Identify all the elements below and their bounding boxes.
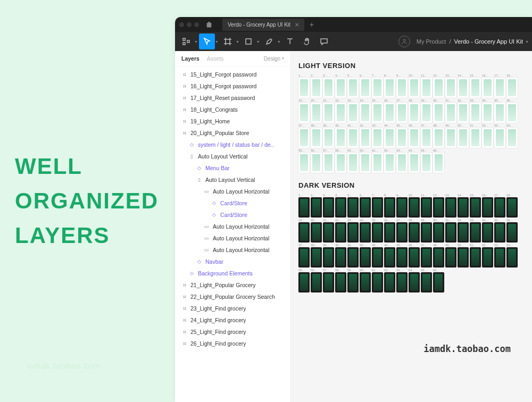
screen-thumb[interactable]: 35... [494,99,505,123]
screen-thumb[interactable]: 2... [311,194,322,217]
screen-thumb[interactable]: 60... [360,149,371,173]
screen-thumb[interactable]: 64... [409,269,420,292]
shape-tool-button[interactable] [240,34,256,49]
screen-thumb[interactable]: 17... [494,74,505,98]
screen-thumb[interactable]: 14... [458,74,469,98]
screen-thumb[interactable]: 48... [433,244,444,267]
user-avatar[interactable] [398,36,410,47]
screen-thumb[interactable]: 55... [298,149,310,173]
screen-thumb[interactable]: 7... [372,74,383,98]
screen-thumb[interactable]: 36... [506,99,518,123]
screen-thumb[interactable]: 61... [372,269,383,292]
screen-thumb[interactable]: 46... [409,244,420,267]
screen-thumb[interactable]: 13... [445,74,456,98]
screen-thumb[interactable]: 25... [372,219,383,242]
screen-thumb[interactable]: 27... [396,99,408,123]
canvas[interactable]: LIGHT VERSION 1...2...3...4...5...6...7.… [291,51,532,402]
screen-thumb[interactable]: 35... [494,219,505,242]
breadcrumb-parent[interactable]: My Product [417,38,446,45]
screen-thumb[interactable]: 16... [482,74,493,98]
layer-row[interactable]: 17_Light_Reset password [175,92,290,104]
screen-thumb[interactable]: 38... [311,244,322,267]
screen-thumb[interactable]: 59... [347,149,359,173]
screen-thumb[interactable]: 30... [433,219,444,242]
screen-thumb[interactable]: 56... [311,149,322,173]
layers-list[interactable]: 15_Light_Forgot password16_Light_Forgot … [175,66,290,402]
screen-thumb[interactable]: 49... [445,124,456,148]
maximize-icon[interactable] [194,22,199,27]
screen-thumb[interactable]: 23... [347,219,359,242]
screen-thumb[interactable]: 15... [470,194,481,217]
screen-thumb[interactable]: 43... [372,124,383,148]
layer-row[interactable]: Auto Layout Horizontal [175,221,290,232]
screen-thumb[interactable]: 45... [396,244,408,267]
screen-thumb[interactable]: 26... [384,219,395,242]
screen-thumb[interactable]: 32... [458,99,469,123]
screen-thumb[interactable]: 58... [335,149,346,173]
screen-thumb[interactable]: 2... [311,74,322,98]
chevron-down-icon[interactable]: ▼ [525,40,529,44]
breadcrumb-current[interactable]: Verdo - Grocery App UI Kit [454,38,523,45]
screen-thumb[interactable]: 32... [458,219,469,242]
screen-thumb[interactable]: 17... [494,194,505,217]
screen-thumb[interactable]: 5... [347,194,359,217]
screen-thumb[interactable]: 11... [421,194,432,217]
screen-thumb[interactable]: 55... [298,269,310,292]
screen-thumb[interactable]: 29... [421,219,432,242]
pen-tool-button[interactable] [261,34,277,49]
screen-thumb[interactable]: 18... [506,74,518,98]
screen-thumb[interactable]: 29... [421,99,432,123]
layer-row[interactable]: 26_Light_Find grocery [175,338,290,349]
screen-thumb[interactable]: 66... [433,269,444,292]
screen-thumb[interactable]: 12... [433,74,444,98]
screen-thumb[interactable]: 7... [372,194,383,217]
layer-row[interactable]: 24_Light_Find grocery [175,314,290,326]
screen-thumb[interactable]: 52... [482,244,493,267]
screen-thumb[interactable]: 43... [372,244,383,267]
screen-thumb[interactable]: 37... [298,244,310,267]
screen-thumb[interactable]: 56... [311,269,322,292]
layer-row[interactable]: 19_Light_Home [175,115,290,127]
screen-thumb[interactable]: 13... [445,194,456,217]
home-icon[interactable] [205,21,213,28]
screen-thumb[interactable]: 34... [482,99,493,123]
screen-thumb[interactable]: 44... [384,124,395,148]
screen-thumb[interactable]: 42... [360,244,371,267]
screen-thumb[interactable]: 64... [409,149,420,173]
screen-thumb[interactable]: 53... [494,124,505,148]
screen-thumb[interactable]: 19... [298,219,310,242]
screen-thumb[interactable]: 58... [335,269,346,292]
layer-row[interactable]: Auto Layout Vertical [175,150,290,162]
screen-thumb[interactable]: 6... [360,194,371,217]
main-menu-button[interactable] [178,34,194,49]
hand-tool-button[interactable] [299,34,315,49]
screen-thumb[interactable]: 62... [384,149,395,173]
screen-thumb[interactable]: 10... [409,194,420,217]
layer-row[interactable]: 18_Light_Congrats [175,104,290,115]
screen-thumb[interactable]: 14... [458,194,469,217]
screen-thumb[interactable]: 4... [335,74,346,98]
design-dropdown[interactable]: Design▾ [264,56,284,62]
screen-thumb[interactable]: 65... [421,149,432,173]
screen-thumb[interactable]: 9... [396,194,408,217]
screen-thumb[interactable]: 40... [335,244,346,267]
screen-thumb[interactable]: 60... [360,269,371,292]
screen-thumb[interactable]: 26... [384,99,395,123]
screen-thumb[interactable]: 20... [311,99,322,123]
screen-thumb[interactable]: 54... [506,244,518,267]
screen-thumb[interactable]: 1... [298,74,310,98]
screen-thumb[interactable]: 48... [433,124,444,148]
layer-row[interactable]: Card/Store [175,209,290,221]
screen-thumb[interactable]: 21... [323,219,334,242]
screen-thumb[interactable]: 38... [311,124,322,148]
text-tool-button[interactable] [282,34,298,49]
screen-thumb[interactable]: 47... [421,124,432,148]
add-tab-icon[interactable]: + [310,20,314,29]
screen-thumb[interactable]: 47... [421,244,432,267]
layer-row[interactable]: Background Elements [175,267,290,279]
layer-row[interactable]: Auto Layout Horizontal [175,186,290,197]
screen-thumb[interactable]: 6... [360,74,371,98]
screen-thumb[interactable]: 24... [360,219,371,242]
screen-thumb[interactable]: 24... [360,99,371,123]
layer-row[interactable]: Auto Layout Horizontal [175,244,290,256]
